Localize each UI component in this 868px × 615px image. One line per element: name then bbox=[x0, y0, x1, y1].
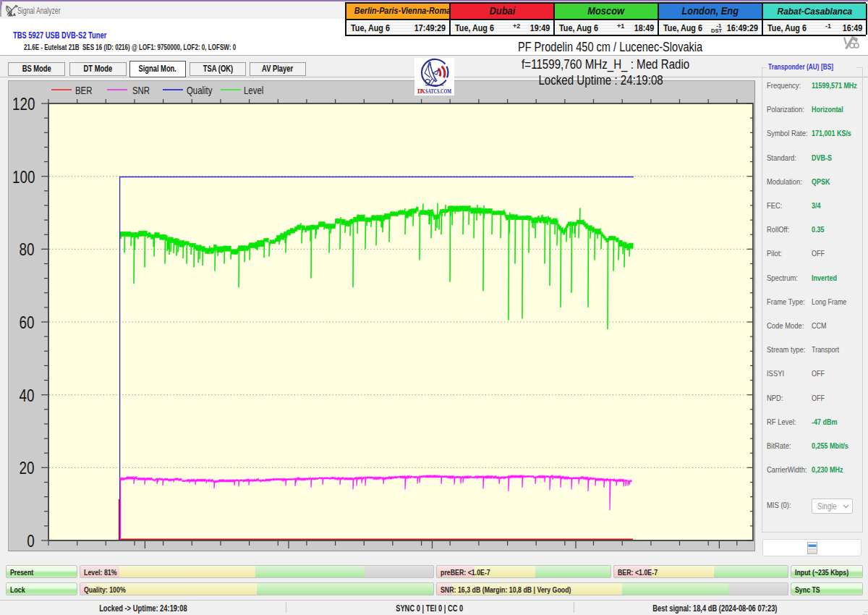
svg-text:DX: DX bbox=[417, 88, 426, 95]
svg-text:SATCS.COM: SATCS.COM bbox=[425, 88, 451, 95]
